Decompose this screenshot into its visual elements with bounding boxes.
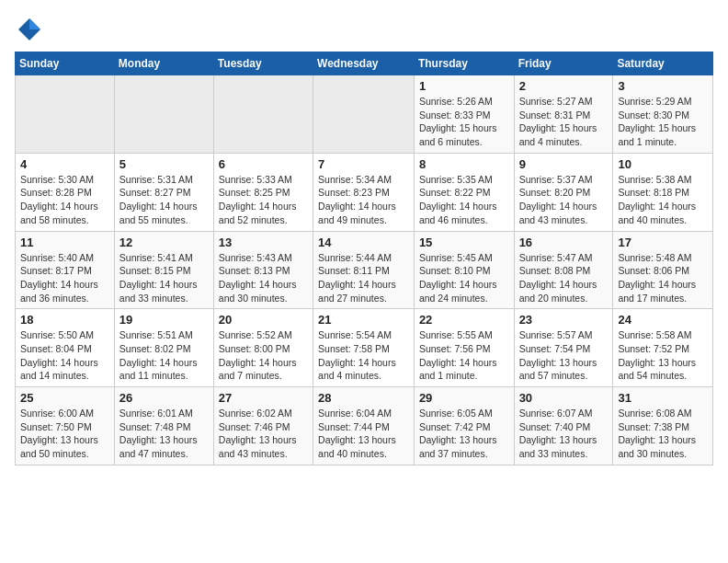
calendar-cell: 5Sunrise: 5:31 AMSunset: 8:27 PMDaylight… [114,153,213,231]
day-number: 19 [119,313,209,327]
day-info: Sunrise: 5:58 AMSunset: 7:52 PMDaylight:… [618,328,708,383]
calendar-cell: 29Sunrise: 6:05 AMSunset: 7:42 PMDayligh… [414,387,514,465]
calendar-cell: 21Sunrise: 5:54 AMSunset: 7:58 PMDayligh… [313,309,415,387]
day-info: Sunrise: 5:52 AMSunset: 8:00 PMDaylight:… [219,328,308,383]
calendar-week-row: 25Sunrise: 6:00 AMSunset: 7:50 PMDayligh… [16,387,713,465]
weekday-header: Monday [114,52,213,75]
calendar-cell: 8Sunrise: 5:35 AMSunset: 8:22 PMDaylight… [414,153,514,231]
day-number: 30 [519,391,609,405]
calendar-table: SundayMondayTuesdayWednesdayThursdayFrid… [15,52,713,465]
day-number: 11 [20,236,109,249]
calendar-cell: 2Sunrise: 5:27 AMSunset: 8:31 PMDaylight… [514,75,613,154]
calendar-cell: 26Sunrise: 6:01 AMSunset: 7:48 PMDayligh… [114,387,213,465]
calendar-cell: 13Sunrise: 5:43 AMSunset: 8:13 PMDayligh… [213,231,313,309]
calendar-week-row: 4Sunrise: 5:30 AMSunset: 8:28 PMDaylight… [16,153,713,231]
calendar-cell: 28Sunrise: 6:04 AMSunset: 7:44 PMDayligh… [313,387,415,465]
svg-marker-1 [29,18,40,29]
calendar-cell: 25Sunrise: 6:00 AMSunset: 7:50 PMDayligh… [16,387,115,465]
day-number: 31 [618,391,708,405]
day-info: Sunrise: 5:51 AMSunset: 8:02 PMDaylight:… [119,328,209,383]
calendar-cell: 11Sunrise: 5:40 AMSunset: 8:17 PMDayligh… [16,231,115,309]
calendar-cell [16,75,115,154]
weekday-header: Friday [514,52,613,75]
day-info: Sunrise: 5:40 AMSunset: 8:17 PMDaylight:… [20,251,109,305]
calendar-cell: 17Sunrise: 5:48 AMSunset: 8:06 PMDayligh… [613,231,713,309]
weekday-header-row: SundayMondayTuesdayWednesdayThursdayFrid… [16,52,713,75]
calendar-cell: 23Sunrise: 5:57 AMSunset: 7:54 PMDayligh… [514,309,613,387]
day-info: Sunrise: 5:35 AMSunset: 8:22 PMDaylight:… [419,173,509,227]
day-number: 20 [219,313,308,327]
calendar-cell [213,75,313,154]
day-info: Sunrise: 5:57 AMSunset: 7:54 PMDaylight:… [519,328,609,383]
weekday-header: Tuesday [213,52,313,75]
calendar-cell: 14Sunrise: 5:44 AMSunset: 8:11 PMDayligh… [313,231,415,309]
day-number: 23 [519,313,609,327]
day-info: Sunrise: 5:37 AMSunset: 8:20 PMDaylight:… [519,173,609,227]
day-info: Sunrise: 5:45 AMSunset: 8:10 PMDaylight:… [419,251,509,305]
day-info: Sunrise: 5:41 AMSunset: 8:15 PMDaylight:… [119,251,209,305]
day-info: Sunrise: 6:01 AMSunset: 7:48 PMDaylight:… [119,407,209,461]
day-info: Sunrise: 5:31 AMSunset: 8:27 PMDaylight:… [119,173,209,227]
day-number: 14 [318,236,409,249]
day-number: 3 [618,79,708,93]
day-number: 24 [618,313,708,327]
day-number: 15 [419,236,509,249]
calendar-week-row: 18Sunrise: 5:50 AMSunset: 8:04 PMDayligh… [16,309,713,387]
day-info: Sunrise: 6:02 AMSunset: 7:46 PMDaylight:… [219,407,308,461]
day-info: Sunrise: 5:30 AMSunset: 8:28 PMDaylight:… [20,173,109,227]
day-info: Sunrise: 5:33 AMSunset: 8:25 PMDaylight:… [219,173,308,227]
calendar-cell: 30Sunrise: 6:07 AMSunset: 7:40 PMDayligh… [514,387,613,465]
day-number: 4 [20,157,109,171]
day-number: 29 [419,391,509,405]
weekday-header: Saturday [613,52,713,75]
day-number: 25 [20,391,109,405]
calendar-cell: 22Sunrise: 5:55 AMSunset: 7:56 PMDayligh… [414,309,514,387]
day-number: 5 [119,157,209,171]
calendar-cell: 16Sunrise: 5:47 AMSunset: 8:08 PMDayligh… [514,231,613,309]
calendar-cell: 15Sunrise: 5:45 AMSunset: 8:10 PMDayligh… [414,231,514,309]
day-number: 2 [519,79,609,93]
calendar-week-row: 1Sunrise: 5:26 AMSunset: 8:33 PMDaylight… [16,75,713,154]
day-number: 6 [219,157,308,171]
day-info: Sunrise: 5:43 AMSunset: 8:13 PMDaylight:… [219,251,308,305]
logo [15,15,48,44]
calendar-cell: 7Sunrise: 5:34 AMSunset: 8:23 PMDaylight… [313,153,415,231]
day-number: 22 [419,313,509,327]
day-number: 27 [219,391,308,405]
day-info: Sunrise: 5:38 AMSunset: 8:18 PMDaylight:… [618,173,708,227]
day-info: Sunrise: 6:00 AMSunset: 7:50 PMDaylight:… [20,407,109,461]
calendar-cell: 10Sunrise: 5:38 AMSunset: 8:18 PMDayligh… [613,153,713,231]
day-number: 12 [119,236,209,249]
calendar-cell: 1Sunrise: 5:26 AMSunset: 8:33 PMDaylight… [414,75,514,154]
day-number: 13 [219,236,308,249]
day-info: Sunrise: 5:50 AMSunset: 8:04 PMDaylight:… [20,328,109,383]
day-info: Sunrise: 5:48 AMSunset: 8:06 PMDaylight:… [618,251,708,305]
day-info: Sunrise: 6:05 AMSunset: 7:42 PMDaylight:… [419,407,509,461]
header [15,15,713,44]
day-number: 26 [119,391,209,405]
day-number: 8 [419,157,509,171]
day-number: 1 [419,79,509,93]
calendar-week-row: 11Sunrise: 5:40 AMSunset: 8:17 PMDayligh… [16,231,713,309]
day-info: Sunrise: 5:55 AMSunset: 7:56 PMDaylight:… [419,328,509,383]
weekday-header: Sunday [16,52,115,75]
day-number: 21 [318,313,409,327]
calendar-cell: 20Sunrise: 5:52 AMSunset: 8:00 PMDayligh… [213,309,313,387]
calendar-cell [114,75,213,154]
day-info: Sunrise: 6:04 AMSunset: 7:44 PMDaylight:… [318,407,409,461]
day-number: 28 [318,391,409,405]
calendar-cell: 3Sunrise: 5:29 AMSunset: 8:30 PMDaylight… [613,75,713,154]
calendar-cell: 19Sunrise: 5:51 AMSunset: 8:02 PMDayligh… [114,309,213,387]
weekday-header: Wednesday [313,52,415,75]
calendar-cell: 24Sunrise: 5:58 AMSunset: 7:52 PMDayligh… [613,309,713,387]
day-number: 10 [618,157,708,171]
day-info: Sunrise: 5:47 AMSunset: 8:08 PMDaylight:… [519,251,609,305]
calendar-cell: 18Sunrise: 5:50 AMSunset: 8:04 PMDayligh… [16,309,115,387]
calendar-cell: 12Sunrise: 5:41 AMSunset: 8:15 PMDayligh… [114,231,213,309]
calendar-cell [313,75,415,154]
day-info: Sunrise: 5:27 AMSunset: 8:31 PMDaylight:… [519,95,609,149]
day-info: Sunrise: 6:08 AMSunset: 7:38 PMDaylight:… [618,407,708,461]
day-info: Sunrise: 6:07 AMSunset: 7:40 PMDaylight:… [519,407,609,461]
calendar-cell: 31Sunrise: 6:08 AMSunset: 7:38 PMDayligh… [613,387,713,465]
day-number: 18 [20,313,109,327]
